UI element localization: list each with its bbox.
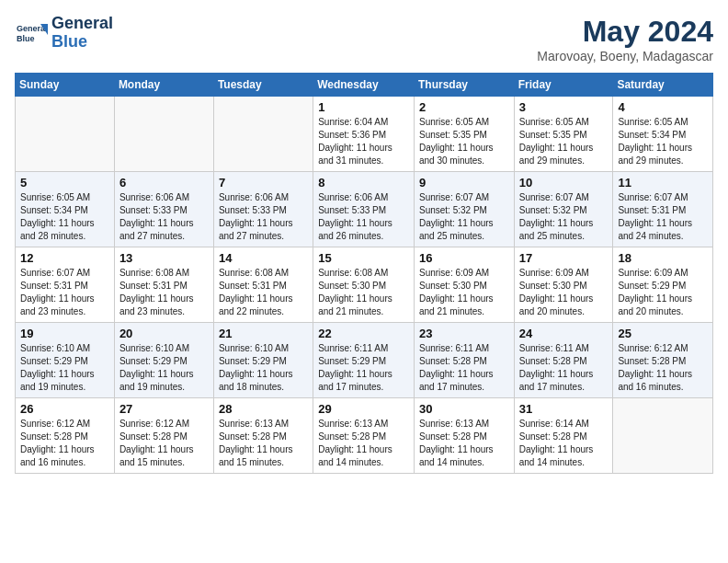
calendar-cell: 24Sunrise: 6:11 AM Sunset: 5:28 PM Dayli…: [514, 323, 613, 398]
day-number: 11: [618, 176, 708, 190]
location-subtitle: Marovoay, Boeny, Madagascar: [537, 49, 713, 63]
calendar-cell: 22Sunrise: 6:11 AM Sunset: 5:29 PM Dayli…: [313, 323, 415, 398]
calendar-cell: 10Sunrise: 6:07 AM Sunset: 5:32 PM Dayli…: [514, 172, 613, 247]
day-info: Sunrise: 6:07 AM Sunset: 5:31 PM Dayligh…: [20, 267, 109, 318]
day-info: Sunrise: 6:10 AM Sunset: 5:29 PM Dayligh…: [20, 342, 109, 394]
col-header-wednesday: Wednesday: [313, 74, 415, 97]
day-number: 19: [20, 327, 109, 340]
calendar-table: SundayMondayTuesdayWednesdayThursdayFrid…: [15, 73, 713, 474]
page-header: General Blue General Blue May 2024 Marov…: [15, 15, 713, 63]
calendar-cell: 7Sunrise: 6:06 AM Sunset: 5:33 PM Daylig…: [213, 172, 313, 247]
day-number: 23: [419, 327, 509, 340]
day-number: 17: [519, 251, 609, 265]
day-info: Sunrise: 6:13 AM Sunset: 5:28 PM Dayligh…: [419, 418, 509, 469]
svg-rect-0: [15, 17, 48, 50]
calendar-cell: 8Sunrise: 6:06 AM Sunset: 5:33 PM Daylig…: [313, 172, 415, 247]
svg-text:Blue: Blue: [17, 34, 35, 43]
col-header-sunday: Sunday: [16, 74, 115, 97]
calendar-cell: 1Sunrise: 6:04 AM Sunset: 5:36 PM Daylig…: [313, 97, 415, 172]
day-number: 31: [519, 402, 609, 416]
day-info: Sunrise: 6:09 AM Sunset: 5:30 PM Dayligh…: [419, 267, 509, 318]
calendar-week-row: 12Sunrise: 6:07 AM Sunset: 5:31 PM Dayli…: [16, 247, 713, 323]
day-info: Sunrise: 6:12 AM Sunset: 5:28 PM Dayligh…: [618, 342, 708, 394]
col-header-tuesday: Tuesday: [213, 74, 313, 97]
day-info: Sunrise: 6:06 AM Sunset: 5:33 PM Dayligh…: [119, 191, 209, 243]
day-info: Sunrise: 6:10 AM Sunset: 5:29 PM Dayligh…: [119, 342, 209, 394]
calendar-cell: 19Sunrise: 6:10 AM Sunset: 5:29 PM Dayli…: [16, 323, 115, 398]
logo-text: General Blue: [51, 15, 113, 52]
day-info: Sunrise: 6:09 AM Sunset: 5:30 PM Dayligh…: [519, 267, 609, 318]
day-info: Sunrise: 6:11 AM Sunset: 5:29 PM Dayligh…: [318, 342, 409, 394]
calendar-cell: 20Sunrise: 6:10 AM Sunset: 5:29 PM Dayli…: [114, 323, 213, 398]
day-number: 14: [219, 251, 308, 265]
calendar-cell: 4Sunrise: 6:05 AM Sunset: 5:34 PM Daylig…: [613, 97, 713, 172]
calendar-cell: 9Sunrise: 6:07 AM Sunset: 5:32 PM Daylig…: [414, 172, 514, 247]
day-number: 13: [119, 251, 209, 265]
day-number: 3: [519, 100, 609, 114]
logo: General Blue General Blue: [15, 15, 113, 52]
calendar-cell: 17Sunrise: 6:09 AM Sunset: 5:30 PM Dayli…: [514, 247, 613, 323]
calendar-cell: 23Sunrise: 6:11 AM Sunset: 5:28 PM Dayli…: [414, 323, 514, 398]
calendar-cell: 27Sunrise: 6:12 AM Sunset: 5:28 PM Dayli…: [114, 398, 213, 474]
day-number: 24: [519, 327, 609, 340]
day-number: 15: [318, 251, 409, 265]
day-number: 16: [419, 251, 509, 265]
day-info: Sunrise: 6:13 AM Sunset: 5:28 PM Dayligh…: [219, 418, 308, 469]
day-info: Sunrise: 6:06 AM Sunset: 5:33 PM Dayligh…: [318, 191, 409, 243]
day-info: Sunrise: 6:10 AM Sunset: 5:29 PM Dayligh…: [219, 342, 308, 394]
day-info: Sunrise: 6:12 AM Sunset: 5:28 PM Dayligh…: [20, 418, 109, 469]
col-header-monday: Monday: [114, 74, 213, 97]
calendar-cell: 6Sunrise: 6:06 AM Sunset: 5:33 PM Daylig…: [114, 172, 213, 247]
col-header-friday: Friday: [514, 74, 613, 97]
calendar-cell: 21Sunrise: 6:10 AM Sunset: 5:29 PM Dayli…: [213, 323, 313, 398]
day-number: 26: [20, 402, 109, 416]
day-number: 8: [318, 176, 409, 190]
day-number: 18: [618, 251, 708, 265]
day-info: Sunrise: 6:07 AM Sunset: 5:32 PM Dayligh…: [419, 191, 509, 243]
day-info: Sunrise: 6:08 AM Sunset: 5:30 PM Dayligh…: [318, 267, 409, 318]
calendar-cell: 15Sunrise: 6:08 AM Sunset: 5:30 PM Dayli…: [313, 247, 415, 323]
calendar-cell: 29Sunrise: 6:13 AM Sunset: 5:28 PM Dayli…: [313, 398, 415, 474]
day-info: Sunrise: 6:12 AM Sunset: 5:28 PM Dayligh…: [119, 418, 209, 469]
calendar-cell: 2Sunrise: 6:05 AM Sunset: 5:35 PM Daylig…: [414, 97, 514, 172]
day-number: 27: [119, 402, 209, 416]
calendar-cell: 25Sunrise: 6:12 AM Sunset: 5:28 PM Dayli…: [613, 323, 713, 398]
calendar-cell: 12Sunrise: 6:07 AM Sunset: 5:31 PM Dayli…: [16, 247, 115, 323]
day-number: 1: [318, 100, 409, 114]
day-info: Sunrise: 6:06 AM Sunset: 5:33 PM Dayligh…: [219, 191, 308, 243]
calendar-cell: 3Sunrise: 6:05 AM Sunset: 5:35 PM Daylig…: [514, 97, 613, 172]
day-info: Sunrise: 6:08 AM Sunset: 5:31 PM Dayligh…: [219, 267, 308, 318]
day-info: Sunrise: 6:11 AM Sunset: 5:28 PM Dayligh…: [419, 342, 509, 394]
day-number: 6: [119, 176, 209, 190]
calendar-cell: 11Sunrise: 6:07 AM Sunset: 5:31 PM Dayli…: [613, 172, 713, 247]
day-info: Sunrise: 6:14 AM Sunset: 5:28 PM Dayligh…: [519, 418, 609, 469]
calendar-header-row: SundayMondayTuesdayWednesdayThursdayFrid…: [16, 74, 713, 97]
calendar-week-row: 1Sunrise: 6:04 AM Sunset: 5:36 PM Daylig…: [16, 97, 713, 172]
day-number: 9: [419, 176, 509, 190]
calendar-cell: 16Sunrise: 6:09 AM Sunset: 5:30 PM Dayli…: [414, 247, 514, 323]
logo-icon: General Blue: [15, 17, 48, 50]
calendar-week-row: 5Sunrise: 6:05 AM Sunset: 5:34 PM Daylig…: [16, 172, 713, 247]
day-info: Sunrise: 6:09 AM Sunset: 5:29 PM Dayligh…: [618, 267, 708, 318]
day-info: Sunrise: 6:05 AM Sunset: 5:35 PM Dayligh…: [519, 116, 609, 167]
day-number: 28: [219, 402, 308, 416]
col-header-thursday: Thursday: [414, 74, 514, 97]
day-number: 21: [219, 327, 308, 340]
calendar-cell: [16, 97, 115, 172]
calendar-cell: 18Sunrise: 6:09 AM Sunset: 5:29 PM Dayli…: [613, 247, 713, 323]
day-info: Sunrise: 6:05 AM Sunset: 5:34 PM Dayligh…: [618, 116, 708, 167]
calendar-cell: 31Sunrise: 6:14 AM Sunset: 5:28 PM Dayli…: [514, 398, 613, 474]
calendar-cell: 28Sunrise: 6:13 AM Sunset: 5:28 PM Dayli…: [213, 398, 313, 474]
day-number: 22: [318, 327, 409, 340]
calendar-cell: [213, 97, 313, 172]
col-header-saturday: Saturday: [613, 74, 713, 97]
day-number: 30: [419, 402, 509, 416]
calendar-cell: 14Sunrise: 6:08 AM Sunset: 5:31 PM Dayli…: [213, 247, 313, 323]
day-number: 29: [318, 402, 409, 416]
day-number: 7: [219, 176, 308, 190]
calendar-cell: [114, 97, 213, 172]
day-info: Sunrise: 6:08 AM Sunset: 5:31 PM Dayligh…: [119, 267, 209, 318]
calendar-week-row: 26Sunrise: 6:12 AM Sunset: 5:28 PM Dayli…: [16, 398, 713, 474]
day-number: 10: [519, 176, 609, 190]
day-number: 5: [20, 176, 109, 190]
